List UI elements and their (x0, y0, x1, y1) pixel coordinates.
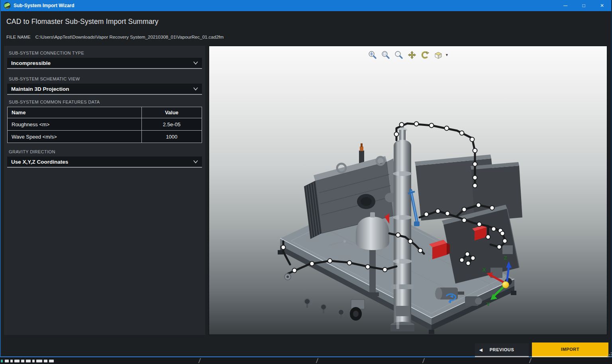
page-title: CAD to Flomaster Sub-System Import Summa… (6, 18, 159, 26)
import-wizard-window: Sub-System Import Wizard ─ □ ✕ CAD to Fl… (0, 0, 612, 357)
3d-model-scene: Z X Y (209, 46, 607, 335)
gravity-direction-label: GRAVITY DIRECTION (9, 149, 202, 154)
feature-value[interactable]: 1000 (141, 131, 202, 143)
pan-icon[interactable] (407, 50, 417, 60)
window-controls: ─ □ ✕ (556, 0, 611, 11)
rotate-view-icon[interactable] (420, 50, 430, 60)
column-header-value: Value (141, 107, 202, 118)
background-app-fragment (32, 360, 35, 362)
app-icon (4, 2, 11, 9)
resize-grip[interactable] (607, 352, 612, 357)
background-app-fragment (5, 360, 9, 362)
close-button[interactable]: ✕ (593, 0, 611, 11)
connection-type-label: SUB-SYSTEM CONNECTION TYPE (9, 51, 202, 55)
view-cube-icon[interactable] (433, 50, 443, 60)
features-data-label: SUB-SYSTEM COMMON FEATURES DATA (9, 100, 202, 104)
axis-y-label: Y (486, 301, 490, 307)
background-app-fragment (10, 360, 13, 362)
separator-column (390, 124, 414, 331)
table-row: Wave Speed <m/s> 1000 (8, 131, 202, 143)
background-app-fragment (26, 360, 31, 362)
view-cube-dropdown-caret[interactable]: ▼ (445, 53, 449, 57)
background-app-fragment (316, 358, 319, 363)
feature-value[interactable]: 2.5e-05 (141, 118, 202, 131)
chevron-down-icon (192, 86, 199, 92)
background-app-fragment (422, 358, 425, 363)
file-name-value: C:\Users\AppTest\Downloads\Vapor Recover… (35, 35, 224, 39)
maximize-button[interactable]: □ (575, 0, 593, 11)
file-name-row: FILE NAME C:\Users\AppTest\Downloads\Vap… (6, 35, 224, 39)
zoom-extents-icon[interactable] (367, 50, 378, 60)
viewport-toolbar: ▼ (367, 50, 449, 60)
import-button[interactable]: IMPORT (532, 342, 608, 357)
background-app-fragment (44, 360, 47, 362)
column-header-name: Name (8, 107, 142, 118)
axis-z-label: Z (504, 255, 507, 261)
chevron-down-icon (192, 159, 199, 164)
background-app-fragment (529, 358, 532, 363)
minimize-button[interactable]: ─ (556, 0, 575, 11)
table-row: Roughness <m> 2.5e-05 (8, 118, 202, 131)
background-app-fragment (14, 360, 20, 362)
screen: Sub-System Import Wizard ─ □ ✕ CAD to Fl… (0, 0, 612, 364)
axis-x-label: X (483, 267, 486, 273)
back-arrow-icon: ◀ (479, 348, 483, 352)
background-app-fragment (1, 360, 3, 362)
chevron-down-icon (192, 60, 199, 66)
background-app-fragment (36, 360, 42, 362)
schematic-view-value: Maintain 3D Projection (11, 86, 69, 92)
background-app-fragment (49, 360, 54, 362)
zoom-window-icon[interactable] (381, 50, 391, 60)
background-window-sliver (0, 357, 612, 364)
window-title: Sub-System Import Wizard (14, 3, 75, 8)
features-table: Name Value Roughness <m> 2.5e-05 Wave Sp… (7, 107, 202, 143)
table-header-row: Name Value (8, 107, 202, 118)
gravity-direction-value: Use X,Y,Z Coordinates (11, 159, 68, 165)
schematic-view-dropdown[interactable]: Maintain 3D Projection (7, 84, 202, 95)
background-app-fragment (21, 360, 24, 362)
settings-panel: SUB-SYSTEM CONNECTION TYPE Incompressibl… (4, 46, 205, 335)
zoom-icon[interactable] (394, 50, 404, 60)
file-name-label: FILE NAME (6, 35, 31, 39)
3d-viewport[interactable]: Z X Y (209, 46, 607, 335)
previous-button[interactable]: ◀ PREVIOUS (475, 343, 529, 357)
titlebar[interactable]: Sub-System Import Wizard ─ □ ✕ (1, 0, 611, 11)
import-button-label: IMPORT (561, 347, 579, 352)
schematic-view-label: SUB-SYSTEM SCHEMATIC VIEW (9, 76, 202, 81)
feature-name: Roughness <m> (8, 118, 142, 131)
previous-button-label: PREVIOUS (490, 347, 514, 352)
connection-type-dropdown[interactable]: Incompressible (7, 58, 202, 69)
background-app-fragment (198, 358, 201, 363)
gravity-direction-dropdown[interactable]: Use X,Y,Z Coordinates (7, 157, 202, 168)
connection-type-value: Incompressible (11, 60, 51, 66)
feature-name: Wave Speed <m/s> (8, 131, 142, 143)
